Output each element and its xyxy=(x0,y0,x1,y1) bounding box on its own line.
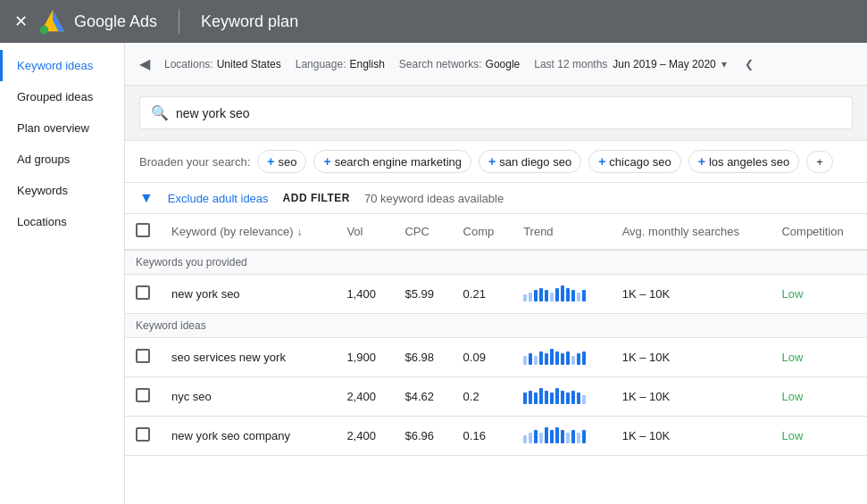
th-trend[interactable]: Trend xyxy=(513,214,612,250)
search-icon: 🔍 xyxy=(151,104,169,121)
vol-cell: 1,900 xyxy=(336,338,394,377)
trend-cell xyxy=(513,338,612,377)
th-vol[interactable]: Vol xyxy=(336,214,394,250)
cpc-cell: $6.96 xyxy=(394,417,452,456)
competition-cell: Low xyxy=(771,377,867,417)
keyword-table-container: Keyword (by relevance) ↓ Vol CPC Comp Tr… xyxy=(125,214,867,504)
exclude-adult-ideas-link[interactable]: Exclude adult ideas xyxy=(168,192,269,205)
competition-cell: Low xyxy=(771,275,867,314)
svg-rect-16 xyxy=(529,353,532,365)
search-networks-label: Search networks: xyxy=(399,58,482,70)
top-bar-nav-arrow-icon[interactable]: ❮ xyxy=(745,58,754,70)
sidebar-item-keywords[interactable]: Keywords xyxy=(0,175,124,206)
cpc-cell: $4.62 xyxy=(394,377,452,417)
plus-icon: + xyxy=(323,154,330,169)
sidebar-item-ad-groups[interactable]: Ad groups xyxy=(0,144,124,175)
sidebar-item-keyword-ideas[interactable]: Keyword ideas xyxy=(0,50,124,81)
svg-rect-31 xyxy=(545,391,548,404)
svg-rect-19 xyxy=(545,353,548,365)
search-networks-value[interactable]: Google xyxy=(486,58,521,70)
table-row: new york seo 1,400 $5.99 0.21 1K – 10K L… xyxy=(125,275,867,314)
broaden-label: Broaden your search: xyxy=(139,155,250,169)
svg-rect-34 xyxy=(561,391,564,404)
broaden-chip-seo[interactable]: + seo xyxy=(257,150,306,173)
svg-rect-9 xyxy=(555,288,559,302)
filter-icon: ▼ xyxy=(139,190,154,206)
keyword-cell: seo services new york xyxy=(161,338,336,377)
broaden-chip-label: search engine marketing xyxy=(335,155,462,169)
row-checkbox[interactable] xyxy=(136,349,150,363)
collapse-sidebar-button[interactable]: ◀ xyxy=(139,55,150,72)
th-competition[interactable]: Competition xyxy=(771,214,867,250)
select-all-checkbox[interactable] xyxy=(136,223,150,237)
svg-rect-48 xyxy=(571,430,575,443)
header-divider xyxy=(179,9,179,34)
svg-rect-50 xyxy=(582,430,586,443)
row-checkbox[interactable] xyxy=(136,427,150,442)
close-button[interactable]: ✕ xyxy=(14,12,28,31)
svg-rect-11 xyxy=(566,288,570,302)
th-comp[interactable]: Comp xyxy=(453,214,513,250)
svg-rect-27 xyxy=(523,392,527,404)
broaden-chip-sandiego[interactable]: + san diego seo xyxy=(479,150,581,173)
table-header-row: Keyword (by relevance) ↓ Vol CPC Comp Tr… xyxy=(125,214,867,250)
svg-rect-15 xyxy=(523,356,527,365)
broaden-chip-losangeles[interactable]: + los angeles seo xyxy=(688,150,800,173)
date-range-selector[interactable]: Last 12 months Jun 2019 – May 2020 ▾ xyxy=(534,58,726,70)
svg-rect-12 xyxy=(571,290,575,302)
svg-point-2 xyxy=(40,26,49,35)
vol-cell: 1,400 xyxy=(336,275,394,314)
svg-rect-24 xyxy=(571,356,575,365)
row-checkbox[interactable] xyxy=(136,285,150,300)
comp-cell: 0.16 xyxy=(453,417,513,456)
broaden-chip-chicago[interactable]: + chicago seo xyxy=(588,150,681,173)
row-checkbox[interactable] xyxy=(136,388,150,402)
table-row: new york seo company 2,400 $6.96 0.16 1K… xyxy=(125,417,867,456)
svg-rect-10 xyxy=(561,285,564,302)
svg-rect-6 xyxy=(539,288,543,302)
competition-cell: Low xyxy=(771,417,867,456)
row-checkbox-cell xyxy=(125,275,161,314)
plus-icon: + xyxy=(698,154,705,169)
th-keyword[interactable]: Keyword (by relevance) ↓ xyxy=(161,214,336,250)
broaden-chip-label: san diego seo xyxy=(499,155,571,169)
competition-cell: Low xyxy=(771,338,867,377)
svg-rect-5 xyxy=(534,290,538,302)
svg-rect-8 xyxy=(550,293,554,302)
svg-rect-18 xyxy=(539,351,543,365)
svg-rect-49 xyxy=(577,433,580,443)
filter-bar: ▼ Exclude adult ideas ADD FILTER 70 keyw… xyxy=(125,183,867,214)
table-row: nyc seo 2,400 $4.62 0.2 1K – 10K Low xyxy=(125,377,867,417)
broaden-chip-sem[interactable]: + search engine marketing xyxy=(313,150,471,173)
sidebar-item-plan-overview[interactable]: Plan overview xyxy=(0,112,124,144)
keyword-cell: new york seo company xyxy=(161,417,336,456)
search-input[interactable] xyxy=(176,106,841,120)
th-checkbox[interactable] xyxy=(125,214,161,250)
th-cpc[interactable]: CPC xyxy=(394,214,452,250)
date-range-label: Last 12 months xyxy=(534,58,607,70)
th-avg-monthly[interactable]: Avg. monthly searches xyxy=(612,214,771,250)
svg-rect-40 xyxy=(529,433,532,443)
table-section-header: Keyword ideas xyxy=(125,314,867,338)
keyword-count: 70 keyword ideas available xyxy=(364,192,504,205)
language-value[interactable]: English xyxy=(349,58,384,70)
svg-rect-21 xyxy=(555,351,559,365)
svg-rect-28 xyxy=(529,391,532,404)
svg-rect-17 xyxy=(534,356,538,365)
locations-value[interactable]: United States xyxy=(217,58,281,70)
svg-rect-32 xyxy=(550,392,554,404)
avg-monthly-cell: 1K – 10K xyxy=(612,377,771,417)
search-networks-info: Search networks: Google xyxy=(399,58,520,70)
sidebar-item-grouped-ideas[interactable]: Grouped ideas xyxy=(0,81,124,112)
trend-cell xyxy=(513,377,612,417)
add-filter-button[interactable]: ADD FILTER xyxy=(283,192,350,204)
trend-cell xyxy=(513,275,612,314)
svg-rect-38 xyxy=(582,395,586,404)
broaden-chip-more[interactable]: + xyxy=(806,151,833,173)
sidebar-item-locations[interactable]: Locations xyxy=(0,206,124,237)
svg-rect-7 xyxy=(545,290,548,302)
svg-rect-14 xyxy=(582,290,586,302)
broaden-chip-label: chicago seo xyxy=(609,155,671,169)
cpc-cell: $6.98 xyxy=(394,338,452,377)
date-range-chevron-icon[interactable]: ▾ xyxy=(721,58,727,70)
